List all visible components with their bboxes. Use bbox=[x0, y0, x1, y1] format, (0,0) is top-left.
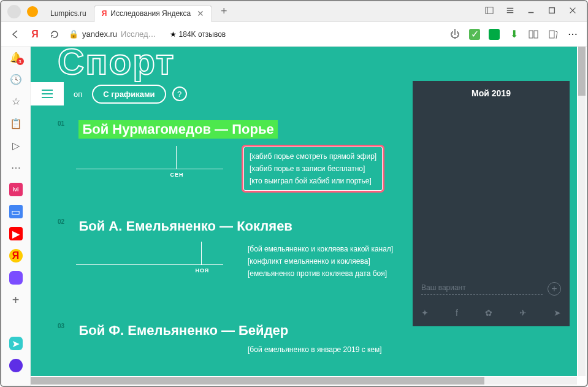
query-list: [бой емельяненко и кокляева какой канал]… bbox=[248, 243, 393, 280]
filter-top-label[interactable]: оп bbox=[70, 90, 86, 99]
telegram-icon[interactable]: ➤ bbox=[554, 308, 561, 318]
list-icon bbox=[42, 90, 53, 98]
adguard-icon[interactable]: ✓ bbox=[469, 29, 480, 40]
add-suggestion-button[interactable]: + bbox=[548, 282, 561, 296]
svg-rect-6 bbox=[549, 7, 555, 13]
filter-charts-button[interactable]: С графиками bbox=[92, 85, 166, 104]
more-sidebar-icon[interactable]: ⋯ bbox=[9, 161, 23, 174]
query-item[interactable]: [бой емельяненко в январе 2019 с кем] bbox=[248, 343, 382, 356]
query-list: [бой емельяненко в январе 2019 с кем] bbox=[248, 343, 382, 356]
extension-green-icon[interactable] bbox=[489, 29, 500, 40]
sparkline-1: СЕН bbox=[76, 146, 223, 177]
url-field[interactable]: 🔒 yandex.ru Исслед… bbox=[69, 29, 156, 39]
query-item[interactable]: [конфликт емельяненко и кокляева] bbox=[248, 255, 393, 267]
filter-bar: оп С графиками ? bbox=[31, 82, 187, 105]
url-path: Исслед… bbox=[121, 29, 156, 39]
twitter-icon[interactable]: ✈ bbox=[519, 308, 527, 318]
vertical-scrollbar[interactable] bbox=[578, 47, 586, 376]
spark-month-label: НОЯ bbox=[195, 267, 209, 274]
docs-app-icon[interactable]: ▭ bbox=[9, 205, 23, 218]
tab-yandex-research[interactable]: Я Исследования Яндекса ✕ bbox=[94, 5, 212, 22]
ivi-app-icon[interactable]: ivi bbox=[9, 183, 23, 196]
social-share-row: ✦ f ✿ ✈ ➤ bbox=[421, 308, 561, 318]
yandex-favicon-icon: Я bbox=[102, 9, 107, 18]
help-button[interactable]: ? bbox=[172, 86, 187, 101]
item-title[interactable]: Бой Нурмагомедов — Порье bbox=[78, 120, 277, 139]
svg-rect-9 bbox=[529, 31, 533, 38]
tab-label: Исследования Яндекса bbox=[110, 9, 191, 18]
item-title[interactable]: Бой А. Емельяненко — Кокляев bbox=[78, 218, 292, 234]
history-icon[interactable]: 🕓 bbox=[9, 72, 23, 86]
back-button[interactable] bbox=[10, 29, 21, 40]
notification-badge: 3 bbox=[17, 58, 24, 65]
download-icon[interactable]: ⬇ bbox=[508, 29, 519, 40]
result-item-1: 01 Бой Нурмагомедов — Порье СЕН [хабиб п… bbox=[58, 120, 405, 177]
yandex-home-icon[interactable]: Я bbox=[29, 29, 40, 40]
window-titlebar: Lumpics.ru Я Исследования Яндекса ✕ + bbox=[1, 1, 587, 22]
close-window-button[interactable] bbox=[568, 6, 577, 17]
tab-label: Lumpics.ru bbox=[50, 9, 86, 18]
horizontal-scrollbar[interactable] bbox=[31, 377, 577, 385]
play-icon[interactable]: ▷ bbox=[9, 139, 23, 152]
filter-list-button[interactable] bbox=[31, 82, 64, 105]
reload-button[interactable] bbox=[49, 29, 60, 40]
query-item[interactable]: [хабиб порье в записи бесплатно] bbox=[250, 163, 376, 175]
suggestion-input-row: Ваш вариант + bbox=[421, 282, 561, 296]
window-controls bbox=[475, 6, 587, 17]
query-list-highlighted: [хабиб порье смотреть прямой эфир] [хаби… bbox=[242, 145, 384, 193]
query-item[interactable]: [емельяненко против кокляева дата боя] bbox=[248, 267, 393, 280]
item-number: 03 bbox=[58, 323, 76, 329]
bookmarks-icon[interactable]: ☆ bbox=[9, 94, 23, 108]
notes-icon[interactable]: 📋 bbox=[9, 117, 23, 130]
add-app-button[interactable]: + bbox=[9, 293, 23, 307]
sidebar-toggle-icon[interactable] bbox=[485, 6, 494, 17]
item-title[interactable]: Бой Ф. Емельяненко — Бейдер bbox=[78, 323, 288, 339]
spark-month-label: СЕН bbox=[170, 172, 184, 178]
lumpics-favicon-icon bbox=[27, 6, 38, 17]
minimize-button[interactable] bbox=[527, 6, 535, 17]
reviews-count: 184K отзывов bbox=[179, 30, 226, 39]
vk-icon[interactable]: ✦ bbox=[421, 308, 429, 318]
reviews-badge[interactable]: ★ 184K отзывов bbox=[170, 30, 226, 39]
sparkline-2: НОЯ bbox=[76, 242, 223, 272]
youtube-app-icon[interactable]: ▶ bbox=[9, 227, 23, 240]
send-app-icon[interactable]: ➤ bbox=[9, 337, 23, 350]
alice-icon[interactable] bbox=[9, 359, 23, 372]
new-tab-button[interactable]: + bbox=[217, 5, 231, 18]
profile-avatar[interactable] bbox=[7, 5, 21, 18]
my-2019-panel: Мой 2019 Ваш вариант + ✦ f ✿ ✈ ➤ bbox=[413, 81, 570, 326]
item-number: 02 bbox=[58, 218, 76, 225]
lock-icon: 🔒 bbox=[69, 29, 78, 39]
maximize-button[interactable] bbox=[548, 6, 556, 17]
ok-icon[interactable]: ✿ bbox=[485, 308, 492, 318]
tab-lumpics[interactable]: Lumpics.ru bbox=[43, 5, 94, 22]
more-icon[interactable]: ⋯ bbox=[567, 29, 578, 40]
item-number: 01 bbox=[58, 120, 76, 127]
close-tab-icon[interactable]: ✕ bbox=[197, 9, 204, 18]
query-item[interactable]: [хабиб порье смотреть прямой эфир] bbox=[250, 150, 376, 163]
notifications-icon[interactable]: 🔔3 bbox=[9, 50, 23, 64]
yandex-app-icon[interactable]: Я bbox=[9, 249, 23, 262]
svg-rect-0 bbox=[486, 7, 493, 13]
menu-icon[interactable] bbox=[506, 6, 514, 17]
result-item-2: 02 Бой А. Емельяненко — Кокляев НОЯ [бой… bbox=[58, 218, 405, 272]
facebook-icon[interactable]: f bbox=[456, 308, 458, 318]
query-item[interactable]: [бой емельяненко и кокляева какой канал] bbox=[248, 243, 393, 255]
svg-rect-10 bbox=[534, 31, 538, 38]
reader-icon[interactable] bbox=[528, 29, 539, 40]
power-icon[interactable]: ⏻ bbox=[449, 29, 460, 40]
star-icon: ★ bbox=[170, 30, 177, 39]
panel-title: Мой 2019 bbox=[413, 81, 570, 105]
left-sidebar: 🔔3 🕓 ☆ 📋 ▷ ⋯ ivi ▭ ▶ Я + ➤ bbox=[1, 47, 31, 386]
url-domain: yandex.ru bbox=[82, 29, 117, 39]
result-item-3: 03 Бой Ф. Емельяненко — Бейдер [бой емел… bbox=[58, 323, 405, 339]
suggestion-input[interactable]: Ваш вариант bbox=[421, 283, 543, 295]
svg-rect-11 bbox=[549, 31, 554, 38]
collections-icon[interactable] bbox=[548, 29, 559, 40]
extension-icons: ⏻ ✓ ⬇ ⋯ bbox=[449, 29, 578, 40]
query-item[interactable]: [кто выиграл бой хабиб или портье] bbox=[250, 175, 376, 187]
address-bar: Я 🔒 yandex.ru Исслед… ★ 184K отзывов ⏻ ✓… bbox=[1, 22, 587, 47]
page-content: Спорт оп С графиками ? 01 Бой Нурмагомед… bbox=[31, 47, 577, 376]
page-heading: Спорт bbox=[58, 47, 175, 83]
purple-app-icon[interactable] bbox=[9, 271, 23, 285]
